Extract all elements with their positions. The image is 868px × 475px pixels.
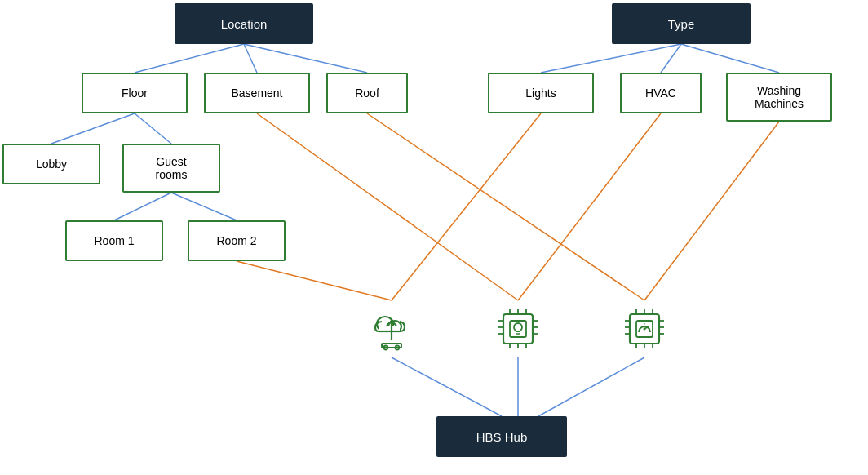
svg-line-0 [135, 44, 244, 73]
svg-line-5 [114, 193, 171, 220]
node-guest-rooms: Guest rooms [122, 144, 220, 193]
chip-light-icon [489, 300, 547, 357]
node-location: Location [175, 3, 313, 44]
svg-line-10 [392, 357, 502, 416]
node-room1: Room 1 [65, 220, 163, 261]
svg-line-18 [644, 122, 779, 300]
node-room2: Room 2 [188, 220, 286, 261]
svg-line-14 [367, 113, 644, 300]
chip-gauge-icon [616, 300, 673, 357]
svg-rect-28 [503, 314, 533, 344]
node-lights: Lights [488, 73, 594, 113]
svg-line-6 [171, 193, 237, 220]
node-type: Type [612, 3, 751, 44]
node-hvac: HVAC [620, 73, 702, 113]
svg-point-48 [644, 328, 646, 331]
svg-line-13 [257, 113, 518, 300]
svg-line-1 [244, 44, 257, 73]
svg-point-30 [514, 323, 522, 331]
svg-line-2 [244, 44, 367, 73]
svg-line-3 [51, 113, 135, 144]
svg-line-15 [237, 261, 392, 300]
node-washing-machines: Washing Machines [726, 73, 832, 122]
svg-line-8 [661, 44, 681, 73]
cloud-upload-icon [363, 300, 420, 357]
node-lobby: Lobby [2, 144, 100, 184]
node-hbs-hub: HBS Hub [436, 416, 567, 457]
svg-line-16 [392, 113, 541, 300]
svg-line-4 [135, 113, 171, 144]
svg-line-7 [541, 44, 681, 73]
node-floor: Floor [82, 73, 188, 113]
svg-line-12 [538, 357, 644, 416]
svg-line-17 [518, 113, 661, 300]
node-roof: Roof [326, 73, 408, 113]
node-basement: Basement [204, 73, 310, 113]
diagram-container: Location Type Floor Basement Roof Lights… [0, 0, 868, 475]
svg-line-9 [681, 44, 779, 73]
